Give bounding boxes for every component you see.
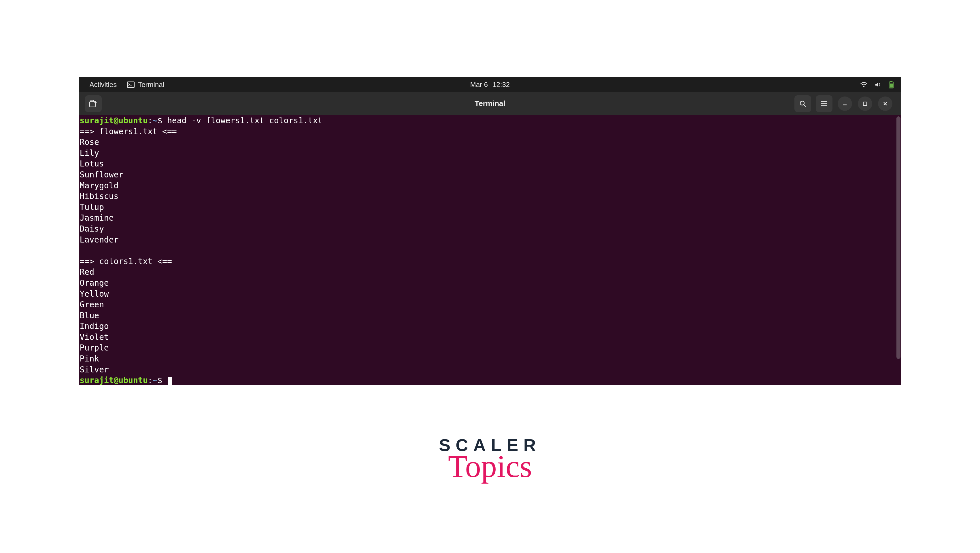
battery-icon: [888, 81, 894, 89]
system-status-area[interactable]: [860, 81, 901, 89]
headerbar-right-controls: [792, 95, 901, 112]
maximize-icon: [862, 101, 868, 106]
hamburger-icon: [821, 101, 827, 106]
search-button[interactable]: [794, 95, 811, 112]
svg-rect-7: [91, 100, 94, 102]
panel-time: 12:32: [492, 81, 510, 89]
gnome-desktop-screenshot: Activities Terminal Mar 6 12:32: [79, 77, 901, 385]
svg-rect-16: [863, 102, 867, 105]
svg-rect-4: [890, 81, 892, 82]
brand-logo-bottom: Topics: [439, 448, 541, 485]
top-panel-left: Activities Terminal: [79, 81, 164, 89]
svg-rect-5: [890, 84, 893, 87]
svg-rect-0: [127, 82, 134, 87]
brand-logo: SCALER Topics: [439, 435, 541, 485]
close-button[interactable]: [878, 97, 892, 111]
volume-icon: [875, 81, 881, 88]
current-app-name: Terminal: [138, 81, 164, 89]
current-app-indicator[interactable]: Terminal: [127, 81, 164, 89]
minimize-button[interactable]: [838, 97, 852, 111]
window-headerbar: Terminal: [79, 92, 901, 115]
svg-point-2: [863, 86, 864, 87]
wifi-icon: [860, 81, 868, 88]
new-tab-button[interactable]: [85, 95, 102, 112]
terminal-viewport[interactable]: surajit@ubuntu:~$ head -v flowers1.txt c…: [79, 115, 901, 385]
panel-date: Mar 6: [470, 81, 488, 89]
window-title: Terminal: [474, 99, 505, 108]
maximize-button[interactable]: [858, 97, 872, 111]
svg-line-11: [804, 105, 806, 106]
clock-area[interactable]: Mar 6 12:32: [470, 81, 510, 89]
minimize-icon: [842, 101, 848, 106]
scrollbar-thumb[interactable]: [896, 116, 900, 359]
menu-button[interactable]: [816, 95, 832, 112]
search-icon: [799, 100, 807, 107]
svg-point-10: [800, 101, 804, 105]
terminal-output: surajit@ubuntu:~$ head -v flowers1.txt c…: [79, 115, 323, 385]
terminal-scrollbar[interactable]: [896, 115, 901, 385]
activities-button[interactable]: Activities: [90, 81, 117, 89]
close-icon: [883, 101, 888, 106]
top-panel: Activities Terminal Mar 6 12:32: [79, 77, 901, 92]
terminal-app-icon: [127, 81, 135, 88]
new-tab-icon: [89, 100, 98, 108]
